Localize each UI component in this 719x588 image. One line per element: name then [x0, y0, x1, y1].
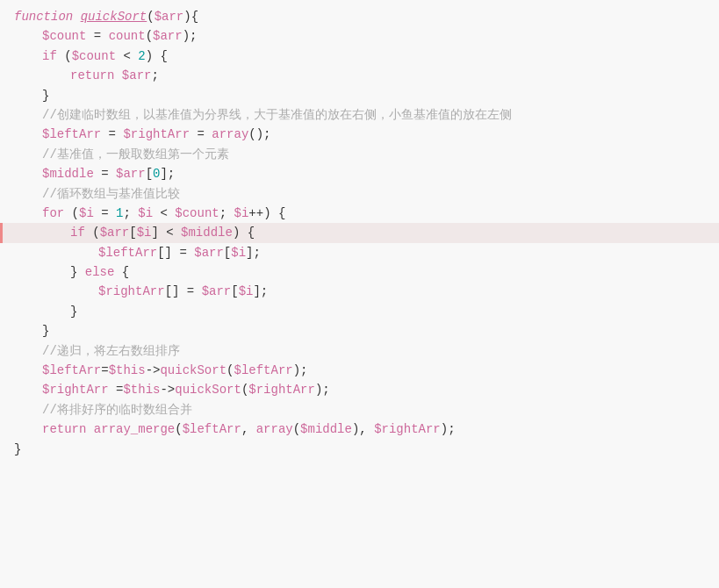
code-editor: function quickSort($arr){ $count = count… — [0, 0, 719, 588]
code-line-22: return array_merge($leftArr, array($midd… — [0, 419, 719, 439]
code-line-17: } — [0, 321, 719, 341]
code-line-14: } else { — [0, 262, 719, 282]
code-line-10: //循环数组与基准值比较 — [0, 184, 719, 204]
highlight-bar — [0, 223, 3, 242]
code-line-15: $rightArr[] = $arr[$i]; — [0, 282, 719, 301]
code-line-20: $rightArr =$this->quickSort($rightArr); — [0, 380, 719, 399]
code-line-13: $leftArr[] = $arr[$i]; — [0, 243, 719, 262]
code-line-18: //递归，将左右数组排序 — [0, 341, 719, 361]
code-line-5: } — [0, 86, 719, 105]
code-line-12: if ($arr[$i] < $middle) { — [0, 223, 719, 242]
code-line-1: function quickSort($arr){ — [0, 7, 719, 26]
code-line-7: $leftArr = $rightArr = array(); — [0, 125, 719, 144]
code-line-8: //基准值，一般取数组第一个元素 — [0, 145, 719, 164]
code-line-9: $middle = $arr[0]; — [0, 164, 719, 183]
code-line-4: return $arr; — [0, 66, 719, 85]
code-line-21: //将排好序的临时数组合并 — [0, 400, 719, 419]
code-line-2: $count = count($arr); — [0, 26, 719, 46]
keyword-function: function — [14, 7, 73, 26]
code-line-23: } — [0, 440, 719, 459]
code-line-19: $leftArr=$this->quickSort($leftArr); — [0, 361, 719, 380]
code-line-16: } — [0, 302, 719, 321]
code-line-11: for ($i = 1; $i < $count; $i++) { — [0, 204, 719, 223]
code-line-6: //创建临时数组，以基准值为分界线，大于基准值的放在右侧，小鱼基准值的放在左侧 — [0, 105, 719, 125]
code-line-3: if ($count < 2) { — [0, 47, 719, 66]
